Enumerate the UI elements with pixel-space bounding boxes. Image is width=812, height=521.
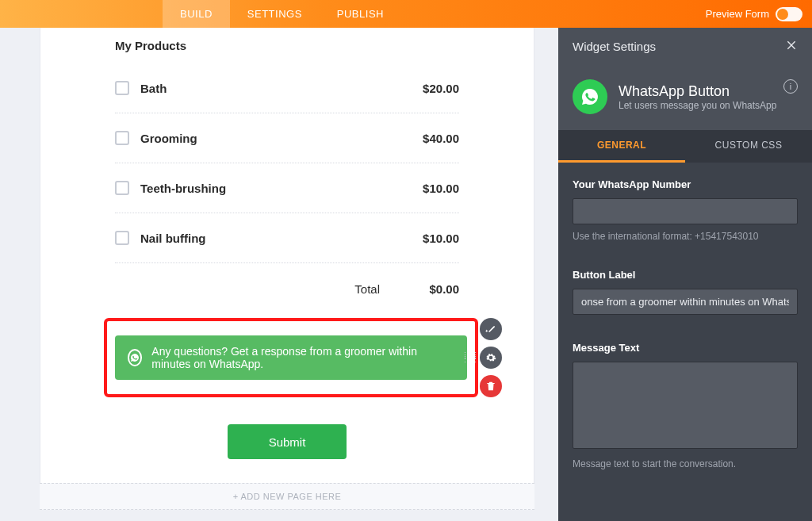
panel-header: Widget Settings [558,28,812,65]
preview-toggle[interactable] [776,7,802,21]
total-row: Total $0.00 [115,282,459,296]
preview-form-label: Preview Form [706,8,769,20]
widget-delete-button[interactable] [480,375,502,397]
info-icon[interactable]: i [783,79,798,94]
widget-name: WhatsApp Button [619,83,776,100]
panel-body: Your WhatsApp Number Use the internation… [558,163,812,512]
total-label: Total [354,282,380,296]
product-row: Grooming $40.00 [115,113,459,163]
widget-settings-panel: Widget Settings WhatsApp Button Let user… [558,28,812,521]
product-price: $10.00 [423,182,459,195]
form-stage: My Products Bath $20.00 Grooming $40.00 … [0,28,558,521]
product-checkbox[interactable] [115,181,129,195]
product-checkbox[interactable] [115,81,129,95]
message-text-input[interactable] [573,362,798,449]
button-label-label: Button Label [573,269,798,281]
add-new-page[interactable]: + ADD NEW PAGE HERE [40,483,534,510]
whatsapp-button[interactable]: Any questions? Get a response from a gro… [115,335,467,380]
product-price: $20.00 [423,82,459,95]
field-button-label: Button Label [573,269,798,315]
message-label: Message Text [573,342,798,354]
whatsapp-number-input[interactable] [573,198,798,224]
product-price: $10.00 [423,232,459,245]
tab-custom-css[interactable]: CUSTOM CSS [685,130,812,163]
product-row: Bath $20.00 [115,63,459,113]
product-checkbox[interactable] [115,231,129,245]
tab-general[interactable]: GENERAL [558,130,685,163]
product-row: Nail buffing $10.00 [115,213,459,263]
product-checkbox[interactable] [115,131,129,145]
widget-identity: WhatsApp Button Let users message you on… [558,65,812,130]
widget-actions [480,318,502,397]
widget-settings-button[interactable] [480,347,502,369]
product-label: Nail buffing [140,232,206,245]
form-card: My Products Bath $20.00 Grooming $40.00 … [40,28,534,484]
tab-build[interactable]: BUILD [163,0,230,28]
tab-publish[interactable]: PUBLISH [320,0,401,28]
button-label-input[interactable] [573,289,798,315]
message-hint: Message text to start the conversation. [573,458,798,469]
field-whatsapp-number: Your WhatsApp Number Use the internation… [573,178,798,242]
product-price: $40.00 [423,132,459,145]
nav-tabs: BUILD SETTINGS PUBLISH [163,0,401,28]
submit-button[interactable]: Submit [228,424,347,459]
products-title: My Products [115,39,534,52]
widget-wand-button[interactable] [480,318,502,340]
product-label: Grooming [140,132,197,145]
drag-handle-icon[interactable]: ⋮⋮⋮⋮ [461,354,481,362]
selected-widget-highlight: Any questions? Get a response from a gro… [104,318,478,397]
number-hint: Use the international format: +154175430… [573,231,798,242]
product-row: Teeth-brushing $10.00 [115,163,459,213]
whatsapp-button-text: Any questions? Get a response from a gro… [151,345,454,370]
number-label: Your WhatsApp Number [573,178,798,190]
top-nav: BUILD SETTINGS PUBLISH Preview Form [0,0,812,28]
close-icon[interactable] [785,39,798,54]
panel-title: Widget Settings [573,40,656,53]
field-message-text: Message Text Message text to start the c… [573,342,798,469]
total-amount: $0.00 [380,282,459,296]
whatsapp-icon [573,79,607,114]
preview-form-control: Preview Form [706,0,812,28]
tab-settings[interactable]: SETTINGS [230,0,320,28]
panel-tabs: GENERAL CUSTOM CSS [558,130,812,163]
product-label: Bath [140,82,167,95]
whatsapp-icon [128,349,142,366]
product-label: Teeth-brushing [140,182,226,195]
widget-subtitle: Let users message you on WhatsApp [619,100,776,111]
